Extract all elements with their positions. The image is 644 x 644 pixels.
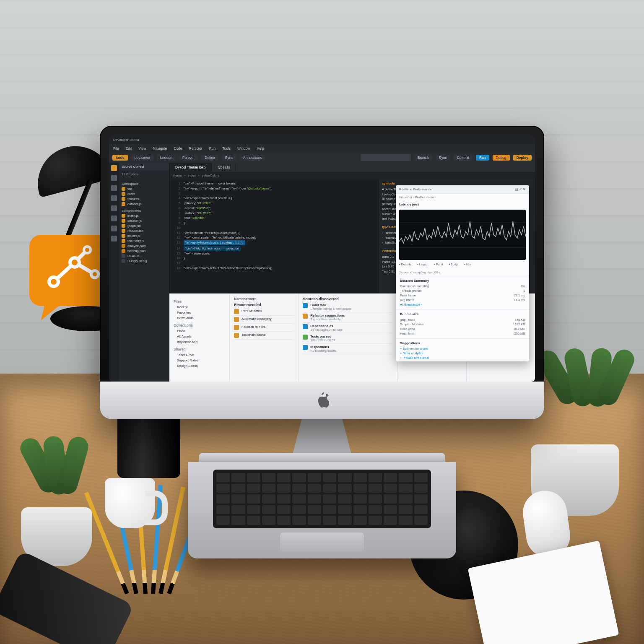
code-line[interactable]: 3 [173, 191, 375, 196]
list-item[interactable]: Build taskCompile bundle & emit assets [303, 302, 393, 312]
explorer-item[interactable]: graph.jsx [119, 223, 169, 228]
breadcrumb-segment[interactable]: theme [173, 174, 182, 177]
git-icon[interactable] [111, 185, 117, 191]
sidebar-item[interactable]: Inspector App [174, 339, 225, 345]
explorer-item[interactable]: session.js [119, 218, 169, 223]
database-icon[interactable] [111, 226, 117, 231]
code-line[interactable]: 18"kw">export "kw">default "fn">defineTh… [173, 266, 375, 271]
breadcrumb-segment[interactable]: setupColors [202, 174, 220, 177]
explorer-item[interactable]: tsconfig.json [119, 248, 169, 253]
explorer-item[interactable]: workspace [119, 181, 169, 186]
toolbar-sync[interactable]: Sync [436, 155, 450, 161]
list-item[interactable]: Automatic discovery [234, 316, 294, 324]
project-badge[interactable]: lords [112, 155, 128, 161]
toolbar-annotations[interactable]: Annotations [240, 155, 265, 161]
run-button[interactable]: Run [476, 155, 489, 161]
explorer-item[interactable]: client [119, 191, 169, 196]
toolbar-commit[interactable]: Commit [454, 155, 473, 161]
breadcrumb[interactable]: theme›index›setupColors [169, 172, 535, 179]
explorer-item[interactable]: index.js [119, 213, 169, 218]
editor-tab[interactable]: types.ts [212, 163, 236, 172]
sidebar-item[interactable]: Support Notes [174, 358, 225, 363]
explorer-item[interactable]: telemetry.js [119, 238, 169, 243]
sidebar-item[interactable]: Favorites [174, 310, 225, 315]
toolbar-lexicon[interactable]: Lexicon [157, 155, 176, 161]
telemetry-panel[interactable]: Realtime Performance ▤ ⤢ ✕ Inspector · P… [396, 185, 529, 361]
menu-edit[interactable]: Edit [126, 146, 132, 151]
code-line[interactable]: 6 accent: "#d6952b", [173, 206, 375, 211]
explorer-item[interactable]: Hungry.Desig [119, 258, 169, 263]
code-line[interactable]: 14 "cm">// highlighted region — selectio… [173, 245, 375, 251]
list-item[interactable]: Fallback mirrors [234, 324, 294, 332]
list-item[interactable]: Dependencies14 packages up to date [303, 323, 393, 333]
menu-help[interactable]: Help [257, 146, 264, 151]
menu-file[interactable]: File [113, 146, 119, 151]
explorer-item[interactable]: components [119, 208, 169, 213]
toolbar-forever[interactable]: Forever [179, 155, 198, 161]
search-icon[interactable] [111, 175, 117, 181]
link[interactable]: All Breakdown » [400, 303, 422, 306]
code-line[interactable]: 8 text: "#c8cdd4" [173, 216, 375, 221]
menu-navigate[interactable]: Navigate [153, 146, 167, 151]
code-line[interactable]: 16} [173, 256, 375, 261]
toolbar-define[interactable]: Define [201, 155, 218, 161]
explorer-item[interactable]: features [119, 196, 169, 201]
finder-sidebar[interactable]: FilesRecentFavoritesDownloadsCollections… [169, 293, 230, 382]
breadcrumb-segment[interactable]: index [188, 174, 196, 177]
list-item[interactable]: Toolchain cache [234, 332, 294, 340]
project-explorer[interactable]: Source Control 19 Projects workspacesrcc… [119, 163, 169, 382]
extensions-icon[interactable] [111, 205, 117, 211]
menu-view[interactable]: View [138, 146, 146, 151]
explorer-item[interactable]: src [119, 186, 169, 191]
run-config-picker[interactable]: dev:serve [131, 155, 153, 161]
menu-code[interactable]: Code [174, 146, 182, 151]
code-line[interactable]: 2"kw">import { "fn">defineTheme } "kw">f… [173, 186, 375, 191]
code-editor[interactable]: 1"cm">// dyscol theme — color tokens2"kw… [169, 179, 379, 293]
sidebar-item[interactable]: Plans [174, 328, 225, 334]
list-item[interactable]: Refactor suggestions3 quick-fixes availa… [303, 312, 393, 323]
code-line[interactable]: 5 primary: "#1b89c8", [173, 201, 375, 206]
menu-window[interactable]: Window [237, 146, 250, 151]
sidebar-item[interactable]: Design Specs [174, 363, 225, 369]
code-line[interactable]: 13 "fn">applyTokens(scale, { contrast: 1… [173, 240, 375, 245]
editor-tab[interactable]: Dyscol Theme lbko [169, 163, 212, 172]
project-icon[interactable] [111, 165, 117, 171]
toolbar-branch[interactable]: Branch [414, 155, 432, 161]
code-line[interactable]: 15 "kw">return scale; [173, 251, 375, 256]
window-titlebar[interactable]: Developer Studio [109, 135, 535, 144]
code-line[interactable]: 17 [173, 261, 375, 266]
list-item[interactable]: Port Selected [234, 308, 294, 316]
menu-refactor[interactable]: Refactor [189, 146, 203, 151]
explorer-item[interactable]: linkctrl.js [119, 233, 169, 238]
code-line[interactable]: 4"kw">export "kw">const palette = { [173, 196, 375, 201]
explorer-item[interactable]: README [119, 253, 169, 258]
code-line[interactable]: 12 "kw">const scale = "fn">buildScale(pa… [173, 235, 375, 240]
debug-icon[interactable] [111, 195, 117, 201]
window-controls-icon[interactable]: ▤ ⤢ ✕ [515, 187, 526, 191]
sidebar-item[interactable]: All Assets [174, 334, 225, 339]
code-line[interactable]: 11"kw">function "fn">setupColors(mode) { [173, 231, 375, 236]
menu-run[interactable]: Run [209, 146, 216, 151]
code-line[interactable]: 1"cm">// dyscol theme — color tokens [173, 181, 375, 186]
debug-button[interactable]: Debug [493, 155, 510, 161]
toolbar-sync[interactable]: Sync [222, 155, 236, 161]
list-item[interactable]: Tests passed128 / 128 in 00:07 [303, 333, 393, 344]
panel-sources[interactable]: Sources discoveredBuild taskCompile bund… [299, 293, 397, 382]
panel-nameservers[interactable]: NameserversRecommendedPort SelectedAutom… [230, 293, 299, 382]
explorer-item[interactable]: dataset.js [119, 201, 169, 206]
code-line[interactable]: 7 surface: "#1e2125", [173, 211, 375, 216]
list-item[interactable]: InspectionsNo blocking issues [303, 344, 393, 354]
toolbar-search-input[interactable] [361, 154, 411, 161]
sidebar-item[interactable]: Team Drive [174, 352, 225, 358]
sidebar-item[interactable]: Recent [174, 304, 225, 310]
code-line[interactable]: 9}; [173, 221, 375, 226]
tests-icon[interactable] [111, 216, 117, 221]
explorer-item[interactable]: analyze.json [119, 243, 169, 248]
sidebar-item[interactable]: Downloads [174, 315, 225, 321]
docker-icon[interactable] [111, 236, 117, 242]
explorer-item[interactable]: Header.tsx [119, 228, 169, 233]
menu-bar[interactable]: FileEditViewNavigateCodeRefactorRunTools… [109, 144, 535, 153]
code-line[interactable]: 10 [173, 226, 375, 231]
deploy-button[interactable]: Deploy [513, 155, 532, 161]
menu-tools[interactable]: Tools [222, 146, 231, 151]
